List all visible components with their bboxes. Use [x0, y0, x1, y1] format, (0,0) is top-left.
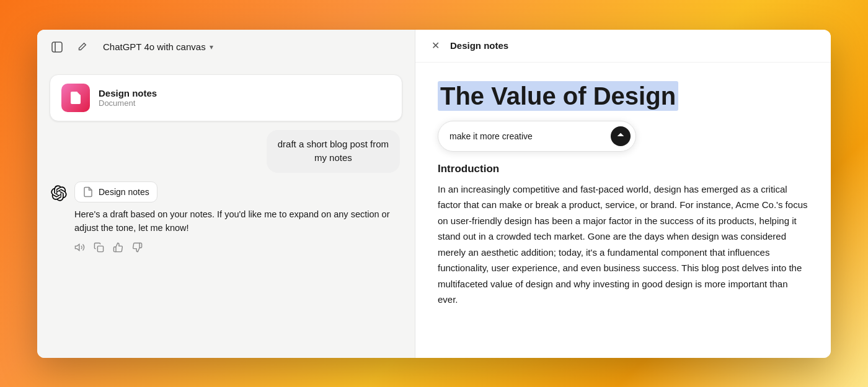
canvas-reference-pill[interactable]: Design notes	[74, 181, 157, 202]
new-chat-button[interactable]	[73, 38, 91, 56]
model-chevron-icon: ▾	[210, 43, 213, 51]
user-message-text: draft a short blog post frommy notes	[278, 139, 389, 163]
model-selector[interactable]: ChatGPT 4o with canvas ▾	[98, 39, 218, 54]
right-header: ✕ Design notes	[415, 30, 831, 63]
section-title: Introduction	[438, 163, 808, 175]
assistant-response-text: Here's a draft based on your notes. If y…	[74, 207, 402, 235]
thumbs-down-icon[interactable]	[132, 242, 143, 253]
close-canvas-button[interactable]: ✕	[428, 38, 443, 53]
user-message-wrap: draft a short blog post frommy notes	[50, 130, 402, 173]
svg-rect-0	[52, 42, 62, 52]
left-panel: ChatGPT 4o with canvas ▾ Design notes	[37, 30, 415, 358]
article-body: In an increasingly competitive and fast-…	[438, 181, 808, 308]
inline-prompt-text: make it more creative	[450, 131, 604, 141]
thumbs-up-icon[interactable]	[113, 242, 123, 253]
inline-send-button[interactable]	[611, 126, 631, 146]
assistant-avatar	[50, 184, 68, 202]
sidebar-toggle-button[interactable]	[48, 38, 66, 56]
copy-icon[interactable]	[94, 242, 104, 253]
design-notes-card[interactable]: Design notes Document	[50, 74, 402, 121]
right-content: The Value of Design make it more creativ…	[415, 63, 831, 358]
card-text: Design notes Document	[99, 88, 157, 108]
card-subtitle: Document	[99, 98, 157, 108]
left-content: Design notes Document draft a short blog…	[37, 64, 415, 358]
canvas-label: Design notes	[99, 187, 149, 197]
card-title: Design notes	[99, 88, 157, 98]
volume-icon[interactable]	[74, 242, 85, 253]
article-title: The Value of Design	[438, 81, 678, 111]
assistant-content: Design notes Here's a draft based on you…	[74, 181, 402, 253]
assistant-row: Design notes Here's a draft based on you…	[50, 181, 402, 253]
svg-marker-4	[75, 245, 79, 251]
model-label: ChatGPT 4o with canvas	[103, 41, 206, 52]
doc-icon-wrap	[61, 84, 90, 112]
left-header: ChatGPT 4o with canvas ▾	[37, 30, 415, 64]
inline-prompt-bar[interactable]: make it more creative	[438, 121, 636, 152]
svg-rect-5	[97, 246, 103, 252]
canvas-title: Design notes	[450, 40, 508, 51]
right-panel: ✕ Design notes The Value of Design make …	[415, 30, 831, 358]
user-message-bubble: draft a short blog post frommy notes	[267, 130, 400, 173]
app-window: ChatGPT 4o with canvas ▾ Design notes	[37, 30, 831, 358]
action-icons	[74, 242, 402, 253]
